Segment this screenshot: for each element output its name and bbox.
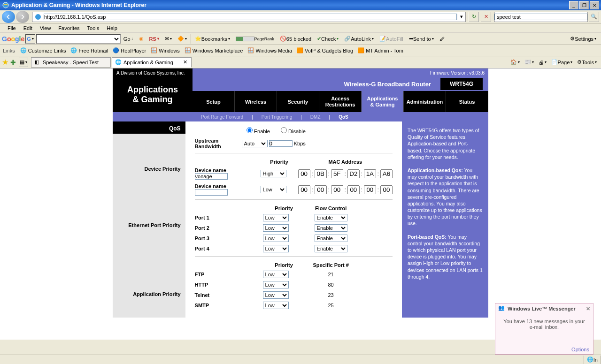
search-bar[interactable]: [494, 12, 588, 22]
port4-priority[interactable]: Low: [263, 245, 289, 252]
back-button[interactable]: [2, 11, 15, 23]
tab-speakeasy[interactable]: ◧ Speakeasy - Speed Test: [31, 57, 111, 68]
add-favorites-icon[interactable]: ✚: [10, 59, 16, 66]
link-realplayer[interactable]: 🔵RealPlayer: [110, 47, 148, 54]
menu-tools[interactable]: Tools: [84, 24, 103, 32]
url-input[interactable]: [44, 14, 457, 20]
mac-2-2[interactable]: [331, 185, 343, 194]
tab-close-icon[interactable]: ✕: [182, 59, 188, 65]
google-autofill[interactable]: 📝 AutoFill: [377, 34, 406, 44]
tab-wireless[interactable]: Wireless: [235, 91, 277, 112]
subnav-port-range[interactable]: Port Range Forward: [193, 114, 252, 120]
device2-priority[interactable]: Low: [261, 186, 286, 193]
mac-1-0[interactable]: [298, 169, 310, 178]
mac-1-1[interactable]: [315, 169, 327, 178]
mac-1-4[interactable]: [364, 169, 376, 178]
menu-edit[interactable]: Edit: [20, 24, 36, 32]
upstream-select[interactable]: Auto: [242, 140, 268, 147]
google-pagerank[interactable]: PageRank: [233, 34, 277, 44]
google-g-button[interactable]: G▾: [25, 34, 35, 44]
subnav-dmz[interactable]: DMZ: [302, 114, 329, 120]
google-go[interactable]: Go↓: [121, 34, 136, 44]
link-media[interactable]: 🪟Windows Media: [245, 47, 294, 54]
feeds-button[interactable]: 📰▾: [522, 57, 536, 68]
radio-disable[interactable]: Disable: [281, 129, 306, 134]
menu-view[interactable]: View: [36, 24, 55, 32]
port4-flow[interactable]: Enable: [315, 245, 347, 252]
print-button[interactable]: 🖨▾: [536, 57, 549, 68]
mac-1-5[interactable]: [380, 169, 393, 178]
google-blocked[interactable]: 🚫 65 blocked: [277, 34, 314, 44]
messenger-body[interactable]: You have 13 new messages in your e-mail …: [495, 314, 593, 334]
link-customize[interactable]: 🌐Customize Links: [18, 47, 69, 54]
app-http-priority[interactable]: Low: [263, 281, 289, 288]
device2-name-input[interactable]: [195, 189, 228, 196]
google-mail-icon[interactable]: ✉▾: [162, 34, 175, 44]
app-smtp-priority[interactable]: Low: [263, 302, 289, 309]
port1-priority[interactable]: Low: [263, 214, 289, 221]
google-autolink[interactable]: 🔗 AutoLink▾: [341, 34, 377, 44]
search-button[interactable]: 🔍: [589, 12, 599, 22]
mac-1-2[interactable]: [331, 169, 343, 178]
port1-flow[interactable]: Enable: [315, 214, 347, 221]
tab-setup[interactable]: Setup: [193, 91, 235, 112]
menu-file[interactable]: File: [4, 24, 20, 32]
app-ftp-priority[interactable]: Low: [263, 271, 289, 278]
google-feeds-icon[interactable]: ◉: [136, 34, 146, 44]
mac-2-4[interactable]: [364, 185, 376, 194]
mac-2-1[interactable]: [315, 185, 327, 194]
messenger-close-icon[interactable]: ✕: [586, 306, 590, 312]
google-rs[interactable]: RS▾: [146, 34, 162, 44]
mac-1-3[interactable]: [347, 169, 360, 178]
port2-flow[interactable]: Enable: [315, 224, 347, 232]
search-input[interactable]: [494, 14, 587, 20]
tab-status[interactable]: Status: [446, 91, 488, 112]
port3-priority[interactable]: Low: [263, 235, 289, 242]
close-button[interactable]: ✕: [590, 1, 599, 9]
favorites-star-icon[interactable]: ★: [2, 58, 8, 67]
tab-administration[interactable]: Administration: [404, 91, 446, 112]
refresh-button[interactable]: ↻: [469, 12, 479, 22]
mac-2-0[interactable]: [298, 185, 310, 194]
google-search-select[interactable]: [36, 34, 121, 44]
maximize-button[interactable]: ❐: [579, 1, 589, 9]
google-color-icon[interactable]: 🔶▾: [175, 34, 190, 44]
menu-help[interactable]: Help: [103, 24, 121, 32]
tab-apps-gaming[interactable]: Applications& Gaming: [362, 91, 404, 112]
quick-tabs-button[interactable]: ▦▾: [19, 58, 28, 67]
google-sendto[interactable]: ➡ Send to▾: [406, 34, 437, 44]
link-marketplace[interactable]: 🪟Windows Marketplace: [182, 47, 246, 54]
google-check[interactable]: ✔ Check▾: [314, 34, 341, 44]
google-highlight-icon[interactable]: 🖉: [437, 34, 447, 44]
address-bar[interactable]: ▾: [32, 12, 466, 22]
link-voip[interactable]: 🟧VoIP & Gadgets Blog: [294, 47, 355, 54]
tab-security[interactable]: Security: [277, 91, 319, 112]
home-button[interactable]: 🏠▾: [508, 57, 522, 68]
link-windows[interactable]: 🪟Windows: [148, 47, 182, 54]
google-bookmarks[interactable]: ⭐ Bookmarks▾: [192, 34, 233, 44]
subnav-qos[interactable]: QoS: [330, 114, 357, 120]
link-mtadmin[interactable]: 🟧MT Admin - Tom: [355, 47, 406, 54]
device1-name-input[interactable]: [195, 173, 228, 180]
page-menu[interactable]: 📄 Page▾: [549, 57, 575, 68]
app-ftp-label: FTP: [195, 272, 263, 277]
tools-menu[interactable]: ⚙ Tools▾: [575, 57, 599, 68]
tab-application-gaming[interactable]: 🌐 Application & Gaming ✕: [112, 57, 192, 68]
radio-enable[interactable]: Enable: [247, 129, 270, 134]
subnav-port-trigger[interactable]: Port Triggering: [253, 114, 301, 120]
device1-priority[interactable]: High: [261, 170, 286, 177]
upstream-input[interactable]: [269, 140, 293, 147]
mac-2-5[interactable]: [380, 185, 393, 194]
menu-favorites[interactable]: Favorites: [54, 24, 83, 32]
mac-2-3[interactable]: [347, 185, 360, 194]
minimize-button[interactable]: _: [569, 1, 578, 9]
app-telnet-priority[interactable]: Low: [263, 291, 289, 299]
port3-flow[interactable]: Enable: [315, 235, 347, 242]
link-hotmail[interactable]: 🌐Free Hotmail: [68, 47, 110, 54]
forward-button[interactable]: [16, 11, 29, 23]
google-settings[interactable]: ⚙ Settings▾: [567, 34, 599, 44]
port2-priority[interactable]: Low: [263, 224, 289, 232]
tab-access-restrictions[interactable]: AccessRestrictions: [319, 91, 362, 112]
url-dropdown[interactable]: ▾: [457, 14, 465, 20]
stop-button[interactable]: ✕: [481, 12, 491, 22]
